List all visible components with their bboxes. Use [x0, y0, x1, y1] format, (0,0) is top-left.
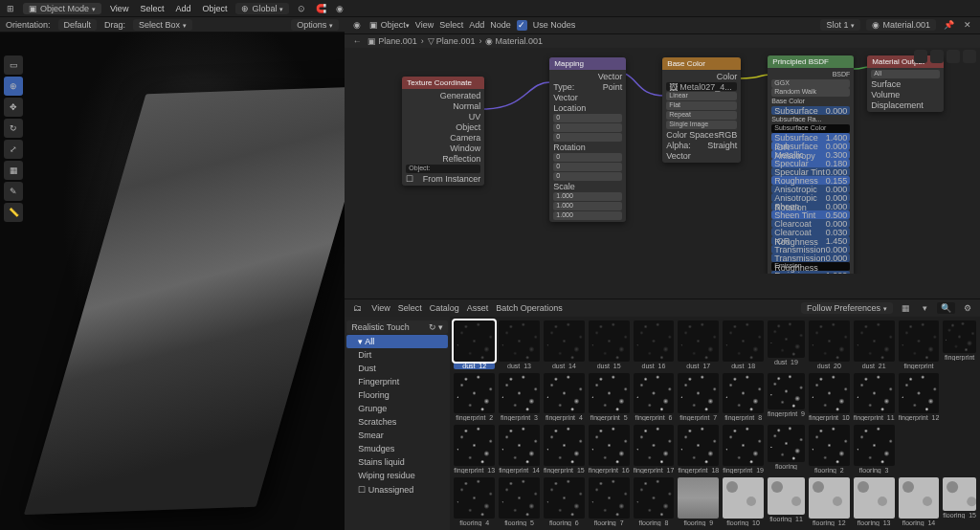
socket-volume[interactable]: Volume: [871, 90, 940, 99]
editor-type-icon[interactable]: ⊞: [4, 2, 17, 15]
tool-scale[interactable]: ⤢: [4, 140, 23, 159]
node-material-output[interactable]: Material Output All Surface Volume Displ…: [867, 55, 944, 112]
asset-item[interactable]: fingerprint_2: [454, 373, 495, 422]
asset-item[interactable]: fingerprint_17: [634, 425, 675, 474]
overlay-btn-1[interactable]: [914, 50, 927, 63]
scl-y[interactable]: 1.000: [553, 202, 622, 210]
asset-item[interactable]: dust_12: [454, 320, 495, 369]
menu-view[interactable]: View: [107, 4, 131, 13]
tool-measure[interactable]: 📏: [4, 203, 23, 222]
cat-dust[interactable]: Dust: [346, 362, 448, 375]
loc-z[interactable]: 0: [553, 133, 622, 142]
socket-normal[interactable]: Normal: [406, 101, 480, 111]
asset-item[interactable]: flooring_10: [723, 477, 764, 526]
asset-item[interactable]: dust_20: [809, 320, 850, 369]
cat-unassigned[interactable]: ☐ Unassigned: [346, 483, 448, 497]
pin-icon[interactable]: 📌: [942, 18, 955, 32]
asset-search[interactable]: 🔍: [937, 302, 955, 314]
asset-menu-asset[interactable]: Asset: [467, 303, 489, 313]
asset-item[interactable]: fingerprint: [943, 320, 976, 369]
asset-item[interactable]: flooring: [768, 425, 805, 474]
cat-smudges[interactable]: Smudges: [346, 442, 448, 455]
node-canvas[interactable]: Texture Coordinate Generated Normal UV O…: [345, 48, 980, 274]
node-texture-coordinate[interactable]: Texture Coordinate Generated Normal UV O…: [402, 77, 484, 186]
menu-add[interactable]: Add: [172, 4, 193, 13]
asset-item[interactable]: fingerprint_14: [499, 425, 540, 474]
asset-item[interactable]: fingerprint_3: [499, 373, 540, 422]
use-nodes-checkbox[interactable]: ✓: [517, 20, 527, 31]
node-menu-add[interactable]: Add: [469, 20, 484, 30]
tool-move[interactable]: ✥: [4, 98, 23, 117]
asset-item[interactable]: flooring_6: [544, 477, 585, 526]
node-menu-node[interactable]: Node: [490, 20, 511, 30]
socket-surface[interactable]: Surface: [871, 79, 940, 89]
menu-object[interactable]: Object: [199, 4, 230, 13]
bsdf-subsurface-ior[interactable]: Subsurface IOR1.400: [771, 133, 850, 142]
orientation-dropdown[interactable]: Default: [58, 19, 98, 31]
asset-item[interactable]: dust_16: [634, 320, 675, 369]
node-principled-bsdf[interactable]: Principled BSDF BSDF GGX Random Walk Bas…: [768, 55, 854, 274]
single-image[interactable]: Single Image: [666, 121, 737, 129]
asset-item[interactable]: flooring_15: [943, 477, 976, 526]
tool-select[interactable]: ⊕: [4, 77, 23, 96]
bsdf-anisotropic-rotation[interactable]: Anisotropic Rotation0.000: [771, 193, 850, 202]
asset-item[interactable]: dust_14: [544, 320, 585, 369]
asset-grid[interactable]: dust_12dust_13dust_14dust_15dust_16dust_…: [450, 317, 980, 530]
node-base-color[interactable]: Base Color Color 🖼 Metal027_4... Linear …: [662, 57, 741, 163]
proj-flat[interactable]: Flat: [666, 101, 737, 110]
editor-type-icon[interactable]: ◉: [350, 18, 364, 32]
editor-type-icon[interactable]: 🗂: [350, 301, 364, 315]
ext-repeat[interactable]: Repeat: [666, 111, 737, 120]
loc-y[interactable]: 0: [553, 123, 622, 132]
rot-x[interactable]: 0: [553, 153, 622, 162]
asset-menu-select[interactable]: Select: [398, 303, 422, 313]
import-method-dropdown[interactable]: Follow Preferences: [801, 302, 893, 314]
overlay-btn-3[interactable]: [947, 50, 960, 63]
asset-item[interactable]: dust_18: [723, 320, 764, 369]
asset-item[interactable]: dust_13: [499, 320, 540, 369]
tool-transform[interactable]: ▦: [4, 161, 23, 180]
cat-fingerprint[interactable]: Fingerprint: [346, 375, 448, 388]
socket-vector-out[interactable]: Vector: [553, 72, 622, 81]
asset-item[interactable]: flooring_5: [499, 477, 540, 526]
interp-linear[interactable]: Linear: [666, 92, 737, 100]
slot-dropdown[interactable]: Slot 1: [820, 19, 860, 31]
subsurf-method[interactable]: Random Walk: [771, 88, 850, 97]
shader-type-dropdown[interactable]: ▣ Object: [369, 20, 410, 30]
menu-select[interactable]: Select: [137, 4, 167, 13]
tool-cursor[interactable]: ▭: [4, 55, 23, 75]
cat-wiping-residue[interactable]: Wiping residue: [346, 469, 448, 482]
crumb-material[interactable]: ◉ Material.001: [485, 36, 543, 46]
asset-item[interactable]: dust_21: [854, 320, 895, 369]
asset-item[interactable]: fingerprint_4: [544, 373, 585, 422]
asset-item[interactable]: flooring_12: [809, 477, 850, 526]
back-icon[interactable]: ←: [350, 34, 364, 48]
object-field[interactable]: Object:: [406, 165, 480, 173]
bsdf-clearcoat-roughness[interactable]: Clearcoat Roughness0.030: [771, 228, 850, 236]
socket-color-out[interactable]: Color: [666, 72, 737, 81]
asset-item[interactable]: flooring_11: [768, 477, 805, 526]
crumb-data[interactable]: ▽ Plane.001: [428, 36, 476, 46]
asset-library-selector[interactable]: Realistic Touch ↻ ▾: [346, 320, 448, 334]
rot-z[interactable]: 0: [553, 172, 622, 181]
material-selector[interactable]: ◉ Material.001: [866, 19, 936, 31]
node-menu-view[interactable]: View: [415, 20, 434, 30]
overlay-btn-4[interactable]: [963, 50, 976, 63]
3d-viewport[interactable]: ▭ ⊕ ✥ ↻ ⤢ ▦ ✎ 📏: [0, 33, 345, 530]
asset-item[interactable]: fingerprint_15: [544, 425, 585, 474]
asset-item[interactable]: fingerprint_11: [854, 373, 895, 422]
bsdf-specular-tint[interactable]: Specular Tint0.000: [771, 167, 850, 176]
pivot-icon[interactable]: ⊙: [295, 2, 308, 15]
socket-location[interactable]: Location: [553, 103, 622, 113]
bsdf-anisotropic[interactable]: Anisotropic0.000: [771, 185, 850, 193]
drag-dropdown[interactable]: Select Box: [133, 19, 192, 31]
asset-item[interactable]: fingerprint_7: [678, 373, 719, 422]
scl-z[interactable]: 1.000: [553, 211, 622, 220]
bsdf-sheen-tint[interactable]: Sheen Tint0.500: [771, 210, 850, 219]
socket-camera[interactable]: Camera: [406, 133, 480, 143]
asset-item[interactable]: fingerprint: [899, 320, 940, 369]
asset-item[interactable]: flooring_3: [854, 425, 895, 474]
display-grid-icon[interactable]: ▦: [899, 301, 912, 315]
cat-dirt[interactable]: Dirt: [346, 348, 448, 362]
target[interactable]: All: [871, 70, 940, 78]
